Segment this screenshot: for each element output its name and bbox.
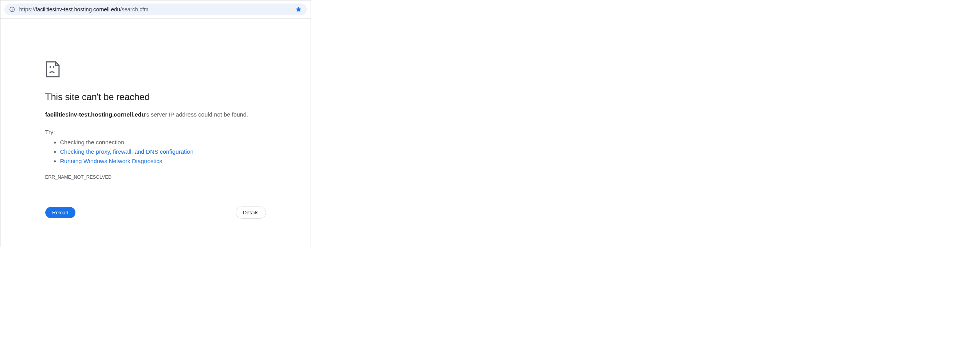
try-label: Try:	[45, 129, 266, 135]
info-icon[interactable]	[9, 6, 15, 13]
error-heading: This site can't be reached	[45, 92, 266, 102]
content-area: This site can't be reached facilitiesinv…	[0, 19, 311, 247]
address-bar[interactable]: https://facilitiesinv-test.hosting.corne…	[4, 4, 307, 15]
suggestion-diagnostics-link[interactable]: Running Windows Network Diagnostics	[60, 158, 163, 164]
bookmark-star-icon[interactable]	[295, 6, 302, 13]
url-prefix: https://	[19, 6, 36, 13]
browser-window: https://facilitiesinv-test.hosting.corne…	[0, 0, 311, 247]
url-host: facilitiesinv-test.hosting.cornell.edu	[36, 6, 120, 13]
details-button[interactable]: Details	[236, 207, 266, 219]
url-text: https://facilitiesinv-test.hosting.corne…	[19, 6, 291, 13]
error-block: This site can't be reached facilitiesinv…	[45, 61, 266, 247]
try-list: Checking the connection Checking the pro…	[60, 138, 266, 166]
svg-rect-4	[53, 66, 54, 68]
svg-point-2	[12, 8, 12, 8]
frown-page-icon	[45, 61, 266, 79]
error-host: facilitiesinv-test.hosting.cornell.edu	[45, 111, 145, 118]
error-host-suffix: 's server IP address could not be found.	[145, 111, 248, 118]
url-path: /search.cfm	[120, 6, 148, 13]
reload-button[interactable]: Reload	[45, 207, 75, 218]
suggestion-connection: Checking the connection	[60, 138, 266, 147]
error-message: facilitiesinv-test.hosting.cornell.edu's…	[45, 110, 266, 119]
suggestion-proxy-link[interactable]: Checking the proxy, firewall, and DNS co…	[60, 148, 194, 155]
error-code: ERR_NAME_NOT_RESOLVED	[45, 174, 266, 180]
button-row: Reload Details	[45, 207, 266, 219]
svg-rect-3	[50, 66, 51, 68]
address-bar-row: https://facilitiesinv-test.hosting.corne…	[0, 0, 311, 19]
